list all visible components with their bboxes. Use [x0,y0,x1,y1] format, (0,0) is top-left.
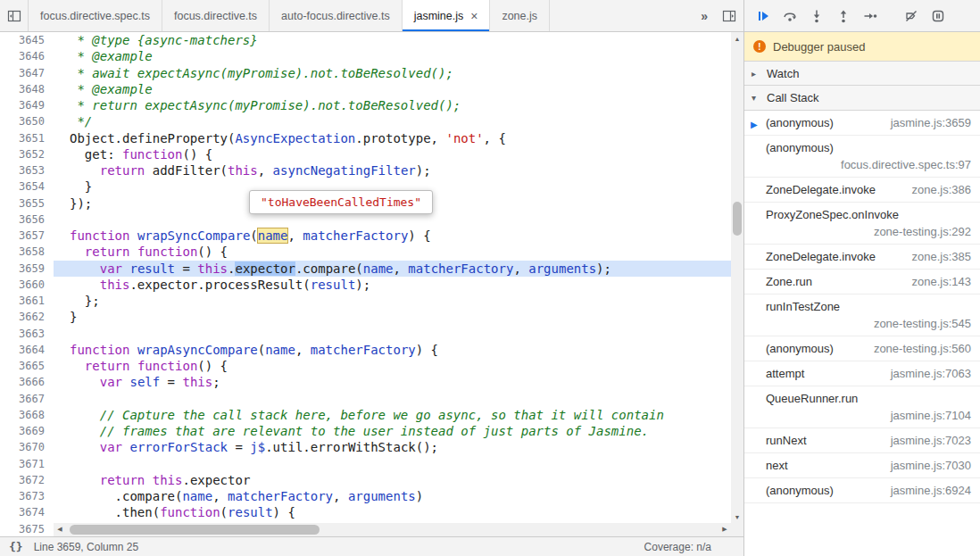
line-number[interactable]: 3674 [0,504,45,520]
code-line[interactable]: return addFilter(this, asyncNegatingFilt… [54,162,743,178]
step-into-button[interactable] [803,0,830,32]
call-stack-frame[interactable]: ZoneDelegate.invokezone.js:385 [744,245,980,270]
evaluated-token: name [258,228,288,243]
line-number[interactable]: 3672 [0,472,45,488]
line-number[interactable]: 3646 [0,48,45,64]
code-line[interactable]: * @example [54,81,743,97]
line-number[interactable]: 3664 [0,342,45,358]
code-line[interactable]: } [54,309,743,325]
code-line[interactable]: * @example [54,48,743,64]
code-line[interactable]: .compare(name, matcherFactory, arguments… [54,488,743,504]
step-button[interactable] [857,0,884,32]
resume-button[interactable] [750,0,777,32]
call-stack-frame[interactable]: ZoneDelegate.invokezone.js:386 [744,178,980,203]
line-number[interactable]: 3660 [0,277,45,293]
call-stack-frame[interactable]: Zone.runzone.js:143 [744,270,980,295]
line-number[interactable]: 3648 [0,81,45,97]
line-number[interactable]: 3653 [0,162,45,178]
line-number[interactable]: 3654 [0,178,45,195]
line-number[interactable]: 3668 [0,407,45,423]
line-number[interactable]: 3671 [0,456,45,472]
call-stack-frame[interactable]: ProxyZoneSpec.onInvokezone-testing.js:29… [744,203,980,245]
code-line[interactable]: var result = this.expector.compare(name,… [54,261,743,277]
code-line[interactable]: }; [54,293,743,309]
tab-zone.js[interactable]: zone.js [490,0,550,31]
vertical-scrollbar[interactable]: ▲ ▼ [731,32,743,523]
line-number[interactable]: 3652 [0,146,45,162]
tab-focus.directive.ts[interactable]: focus.directive.ts [162,0,270,31]
line-number[interactable]: 3662 [0,309,45,325]
line-number[interactable]: 3645 [0,32,45,48]
code-line[interactable]: * await expectAsync(myPromise).not.toBeR… [54,65,743,81]
code-line[interactable]: return this.expector [54,472,743,488]
horizontal-scrollbar[interactable]: ◀ ▶ [54,523,731,536]
call-stack-frame[interactable]: runNextjasmine.js:7023 [744,428,980,453]
call-stack-frame[interactable]: (anonymous)focus.directive.spec.ts:97 [744,136,980,178]
call-stack-frame[interactable]: attemptjasmine.js:7063 [744,361,980,386]
line-number[interactable]: 3669 [0,423,45,439]
debugger-sidebar-toggle-button[interactable] [715,0,743,31]
code-line[interactable]: * @type {async-matchers} [54,32,743,48]
scroll-left-arrow-icon[interactable]: ◀ [54,523,66,535]
code-line[interactable]: * return expectAsync(myPromise).not.toBe… [54,97,743,113]
scroll-right-arrow-icon[interactable]: ▶ [718,523,731,535]
call-stack-frame[interactable]: QueueRunner.runjasmine.js:7104 [744,386,980,428]
tab-focus.directive.spec.ts[interactable]: focus.directive.spec.ts [29,0,162,31]
navigator-toggle-icon [7,9,21,23]
line-number[interactable]: 3649 [0,97,45,113]
code-line[interactable] [54,391,743,407]
call-stack-frame[interactable]: runInTestZonezone-testing.js:545 [744,295,980,336]
code-line[interactable]: function wrapAsyncCompare(name, matcherF… [54,342,743,358]
pretty-print-braces-icon[interactable]: {} [9,540,23,553]
call-stack-frame[interactable]: nextjasmine.js:7030 [744,453,980,478]
navigator-toggle-button[interactable] [0,0,29,31]
deactivate-breakpoints-button[interactable] [898,0,925,32]
code-line[interactable]: var errorForStack = j$.util.errorWithSta… [54,439,743,455]
line-number[interactable]: 3661 [0,293,45,309]
code-line[interactable] [54,326,743,342]
code-line[interactable]: get: function() { [54,146,743,162]
line-number[interactable]: 3659 [0,261,45,277]
step-out-button[interactable] [830,0,857,32]
line-number[interactable]: 3670 [0,439,45,455]
vertical-scrollbar-thumb[interactable] [733,202,742,236]
line-number[interactable]: 3647 [0,65,45,81]
code-line[interactable]: // frames that are relevant to the user … [54,423,743,439]
code-line[interactable]: function wrapSyncCompare(name, matcherFa… [54,228,743,244]
pause-on-exceptions-button[interactable] [925,0,951,32]
watch-section-header[interactable]: ▸ Watch [744,61,980,86]
line-number[interactable]: 3658 [0,244,45,260]
step-over-button[interactable] [777,0,803,32]
code-line[interactable]: var self = this; [54,374,743,390]
line-number[interactable]: 3675 [0,521,45,537]
line-number[interactable]: 3673 [0,488,45,504]
line-number[interactable]: 3655 [0,195,45,212]
call-stack-frame[interactable]: ▶(anonymous)jasmine.js:3659 [744,111,980,136]
code-line[interactable] [54,456,743,472]
code-line[interactable]: return function() { [54,358,743,374]
call-stack-frame[interactable]: (anonymous)zone-testing.js:560 [744,336,980,361]
code-line[interactable]: */ [54,113,743,129]
scroll-down-arrow-icon[interactable]: ▼ [731,510,743,523]
code-line[interactable]: this.expector.processResult(result); [54,277,743,293]
line-number[interactable]: 3663 [0,326,45,342]
tab-jasmine.js[interactable]: jasmine.js× [403,0,491,31]
code-line[interactable]: Object.defineProperty(AsyncExpectation.p… [54,130,743,146]
call-stack-frame[interactable]: (anonymous)jasmine.js:6924 [744,478,980,503]
call-stack-section-header[interactable]: ▾ Call Stack [744,86,980,111]
more-tabs-chevron[interactable]: » [693,0,715,31]
code-line[interactable]: .then(function(result) { [54,504,743,520]
scroll-up-arrow-icon[interactable]: ▲ [731,32,743,45]
line-number[interactable]: 3656 [0,212,45,228]
line-number[interactable]: 3651 [0,130,45,146]
tab-auto-focus.directive.ts[interactable]: auto-focus.directive.ts [270,0,403,31]
line-number[interactable]: 3665 [0,358,45,374]
code-line[interactable]: return function() { [54,244,743,260]
tab-close-icon[interactable]: × [470,10,478,22]
horizontal-scrollbar-thumb[interactable] [70,525,320,535]
line-number[interactable]: 3657 [0,228,45,244]
code-line[interactable]: // Capture the call stack here, before w… [54,407,743,423]
line-number[interactable]: 3650 [0,113,45,129]
line-number[interactable]: 3666 [0,374,45,390]
line-number[interactable]: 3667 [0,391,45,407]
